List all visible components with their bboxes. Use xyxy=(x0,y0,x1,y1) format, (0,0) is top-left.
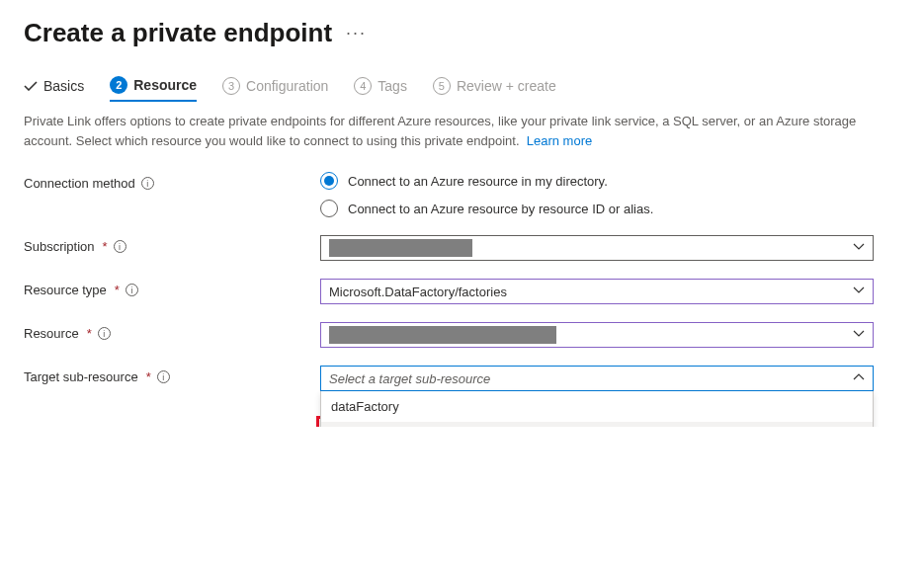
step-number-icon: 3 xyxy=(222,77,240,95)
info-icon[interactable]: i xyxy=(98,327,111,340)
radio-label: Connect to an Azure resource by resource… xyxy=(348,202,653,216)
label-resource: Resource* i xyxy=(24,322,320,341)
dropdown-option-portal[interactable]: portal xyxy=(321,422,873,427)
label-resource-type: Resource type* i xyxy=(24,279,320,297)
chevron-up-icon xyxy=(853,371,865,386)
radio-icon xyxy=(320,200,338,217)
radio-resource-id[interactable]: Connect to an Azure resource by resource… xyxy=(320,200,874,217)
radio-label: Connect to an Azure resource in my direc… xyxy=(348,174,608,189)
step-number-icon: 4 xyxy=(354,77,372,95)
tab-tags[interactable]: 4 Tags xyxy=(354,77,407,101)
learn-more-link[interactable]: Learn more xyxy=(527,133,592,148)
subscription-select[interactable] xyxy=(320,235,874,261)
label-connection-method: Connection method i xyxy=(24,172,320,191)
tab-label: Basics xyxy=(43,78,84,94)
tab-label: Configuration xyxy=(246,78,328,94)
step-number-icon: 5 xyxy=(433,77,451,95)
page-header: Create a private endpoint ··· xyxy=(24,18,900,48)
tab-description: Private Link offers options to create pr… xyxy=(24,112,893,150)
tab-review-create[interactable]: 5 Review + create xyxy=(433,77,556,101)
info-icon[interactable]: i xyxy=(114,240,126,253)
wizard-tabs: Basics 2 Resource 3 Configuration 4 Tags… xyxy=(24,76,900,102)
tab-resource[interactable]: 2 Resource xyxy=(110,76,197,102)
info-icon[interactable]: i xyxy=(126,284,138,296)
target-sub-resource-dropdown: dataFactory portal xyxy=(320,391,874,427)
tab-basics[interactable]: Basics xyxy=(24,78,84,100)
chevron-down-icon xyxy=(853,328,865,343)
label-target-sub-resource: Target sub-resource* i xyxy=(24,366,320,384)
select-placeholder: Select a target sub-resource xyxy=(329,371,490,386)
page-title: Create a private endpoint xyxy=(24,18,332,48)
tab-label: Tags xyxy=(378,78,407,94)
tab-label: Resource xyxy=(133,77,197,93)
info-icon[interactable]: i xyxy=(141,177,154,190)
label-subscription: Subscription* i xyxy=(24,235,320,254)
resource-type-select[interactable]: Microsoft.DataFactory/factories xyxy=(320,279,874,304)
chevron-down-icon xyxy=(853,285,865,299)
redacted-value xyxy=(329,326,556,344)
dropdown-option-datafactory[interactable]: dataFactory xyxy=(321,391,873,422)
select-value: Microsoft.DataFactory/factories xyxy=(329,285,507,299)
checkmark-icon xyxy=(24,81,38,91)
target-sub-resource-select[interactable]: Select a target sub-resource dataFactory… xyxy=(320,366,874,391)
radio-directory[interactable]: Connect to an Azure resource in my direc… xyxy=(320,172,874,190)
chevron-down-icon xyxy=(853,241,865,256)
resource-select[interactable] xyxy=(320,322,874,348)
tab-label: Review + create xyxy=(457,78,556,94)
redacted-value xyxy=(329,239,472,257)
info-icon[interactable]: i xyxy=(157,370,170,383)
step-number-icon: 2 xyxy=(110,76,127,94)
tab-configuration[interactable]: 3 Configuration xyxy=(222,77,328,101)
radio-icon xyxy=(320,172,338,190)
more-icon[interactable]: ··· xyxy=(346,23,367,43)
